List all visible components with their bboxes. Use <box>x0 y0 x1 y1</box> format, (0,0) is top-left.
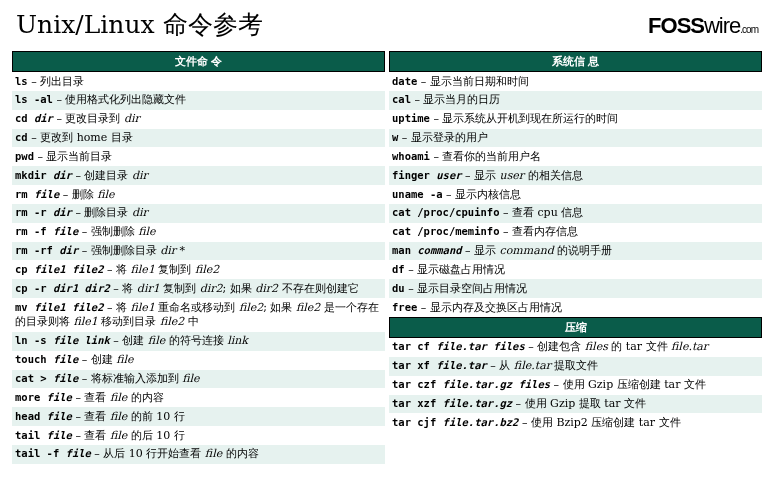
command-row: rm -r dir – 删除目录 dir <box>12 204 385 223</box>
command-row: cp file1 file2 – 将 file1 复制到 file2 <box>12 260 385 279</box>
section-file-rows: ls – 列出目录ls -al – 使用格式化列出隐藏文件cd dir – 更改… <box>12 72 385 464</box>
command-row: tail -f file – 从后 10 行开始查看 file 的内容 <box>12 445 385 464</box>
command-row: cp -r dir1 dir2 – 将 dir1 复制到 dir2; 如果 di… <box>12 279 385 298</box>
page-title: Unix/Linux 命令参考 <box>16 8 263 41</box>
logo: FOSSwire.com <box>648 13 758 39</box>
command-row: ls – 列出目录 <box>12 72 385 91</box>
command-row: du – 显示目录空间占用情况 <box>389 279 762 298</box>
command-row: cd – 更改到 home 目录 <box>12 129 385 148</box>
column-left: 文件命 令 ls – 列出目录ls -al – 使用格式化列出隐藏文件cd di… <box>12 51 385 464</box>
command-row: ls -al – 使用格式化列出隐藏文件 <box>12 91 385 110</box>
command-row: cat /proc/cpuinfo – 查看 cpu 信息 <box>389 204 762 223</box>
command-row: tail file – 查看 file 的后 10 行 <box>12 426 385 445</box>
section-header-file: 文件命 令 <box>12 51 385 72</box>
command-row: ln -s file link – 创建 file 的符号连接 link <box>12 332 385 351</box>
command-row: more file – 查看 file 的内容 <box>12 388 385 407</box>
command-row: uptime – 显示系统从开机到现在所运行的时间 <box>389 110 762 129</box>
command-row: cd dir – 更改目录到 dir <box>12 110 385 129</box>
command-row: tar xzf file.tar.gz – 使用 Gzip 提取 tar 文件 <box>389 395 762 414</box>
command-row: tar xf file.tar – 从 file.tar 提取文件 <box>389 357 762 376</box>
command-row: cat /proc/meminfo – 查看内存信息 <box>389 223 762 242</box>
command-row: finger user – 显示 user 的相关信息 <box>389 166 762 185</box>
command-row: mkdir dir – 创建目录 dir <box>12 166 385 185</box>
command-row: date – 显示当前日期和时间 <box>389 72 762 91</box>
command-row: rm file – 删除 file <box>12 185 385 204</box>
command-row: man command – 显示 command 的说明手册 <box>389 242 762 261</box>
command-row: df – 显示磁盘占用情况 <box>389 260 762 279</box>
columns: 文件命 令 ls – 列出目录ls -al – 使用格式化列出隐藏文件cd di… <box>12 51 762 464</box>
section-header-sys: 系统信 息 <box>389 51 762 72</box>
command-row: w – 显示登录的用户 <box>389 129 762 148</box>
command-row: rm -f file – 强制删除 file <box>12 223 385 242</box>
command-row: tar czf file.tar.gz files – 使用 Gzip 压缩创建… <box>389 376 762 395</box>
logo-domain: .com <box>740 24 758 35</box>
logo-thin: wire <box>704 13 740 38</box>
command-row: head file – 查看 file 的前 10 行 <box>12 407 385 426</box>
command-row: mv file1 file2 – 将 file1 重命名或移动到 file2; … <box>12 298 385 332</box>
section-sys-rows: date – 显示当前日期和时间cal – 显示当月的日历uptime – 显示… <box>389 72 762 317</box>
logo-bold: FOSS <box>648 13 704 38</box>
command-row: uname -a – 显示内核信息 <box>389 185 762 204</box>
command-row: tar cjf file.tar.bz2 – 使用 Bzip2 压缩创建 tar… <box>389 413 762 432</box>
command-row: free – 显示内存及交换区占用情况 <box>389 298 762 317</box>
column-right: 系统信 息 date – 显示当前日期和时间cal – 显示当月的日历uptim… <box>389 51 762 464</box>
section-header-compress: 压缩 <box>389 317 762 338</box>
section-compress-rows: tar cf file.tar files – 创建包含 files 的 tar… <box>389 338 762 432</box>
command-row: pwd – 显示当前目录 <box>12 147 385 166</box>
page-header: Unix/Linux 命令参考 FOSSwire.com <box>12 6 762 43</box>
command-row: cal – 显示当月的日历 <box>389 91 762 110</box>
command-row: tar cf file.tar files – 创建包含 files 的 tar… <box>389 338 762 357</box>
command-row: cat > file – 将标准输入添加到 file <box>12 370 385 389</box>
command-row: touch file – 创建 file <box>12 351 385 370</box>
command-row: rm -rf dir – 强制删除目录 dir * <box>12 242 385 261</box>
command-row: whoami – 查看你的当前用户名 <box>389 147 762 166</box>
